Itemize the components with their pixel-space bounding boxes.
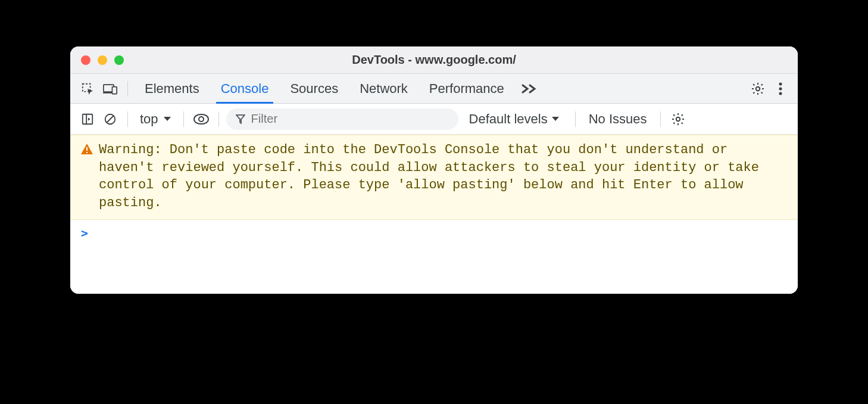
live-expression-icon[interactable] <box>191 109 211 129</box>
divider <box>127 111 128 127</box>
inspect-element-icon[interactable] <box>77 79 98 99</box>
filter-input[interactable] <box>251 112 449 126</box>
divider <box>660 111 661 127</box>
issues-label[interactable]: No Issues <box>583 111 653 127</box>
window-title: DevTools - www.google.com/ <box>70 53 798 67</box>
warning-message-row: Warning: Don't paste code into the DevTo… <box>70 135 798 220</box>
prompt-chevron-icon: > <box>81 226 88 240</box>
tab-performance[interactable]: Performance <box>420 74 514 103</box>
minimize-window-button[interactable] <box>98 55 107 65</box>
chevron-down-icon <box>163 116 171 122</box>
more-tabs-icon[interactable] <box>516 79 542 99</box>
close-window-button[interactable] <box>81 55 90 65</box>
toggle-sidebar-icon[interactable] <box>77 109 98 129</box>
divider <box>183 111 184 127</box>
console-prompt-row[interactable]: > <box>70 220 798 294</box>
tab-elements[interactable]: Elements <box>135 74 209 103</box>
warning-icon <box>81 144 93 212</box>
svg-point-6 <box>779 87 782 90</box>
svg-point-4 <box>756 86 760 90</box>
log-levels-selector[interactable]: Default levels <box>461 111 568 127</box>
context-label: top <box>140 111 158 127</box>
tab-console[interactable]: Console <box>211 74 279 103</box>
divider <box>127 81 128 97</box>
tab-sources[interactable]: Sources <box>280 74 348 103</box>
kebab-menu-icon[interactable] <box>770 79 791 99</box>
svg-rect-14 <box>86 147 88 151</box>
maximize-window-button[interactable] <box>114 55 124 65</box>
tab-network[interactable]: Network <box>350 74 417 103</box>
svg-line-11 <box>107 116 114 122</box>
funnel-icon <box>236 114 245 124</box>
svg-point-12 <box>199 117 204 122</box>
warning-text: Warning: Don't paste code into the DevTo… <box>99 141 787 212</box>
context-selector[interactable]: top <box>135 111 176 127</box>
svg-point-13 <box>676 117 679 120</box>
svg-rect-3 <box>112 86 117 94</box>
traffic-lights <box>81 55 124 65</box>
divider <box>575 111 576 127</box>
svg-rect-15 <box>86 152 88 153</box>
title-bar: DevTools - www.google.com/ <box>70 46 798 74</box>
chevron-down-icon <box>551 116 560 122</box>
console-output: Warning: Don't paste code into the DevTo… <box>70 135 798 294</box>
device-toolbar-icon[interactable] <box>100 79 120 99</box>
svg-rect-8 <box>83 114 93 124</box>
devtools-window: DevTools - www.google.com/ Elements Cons… <box>70 46 798 294</box>
filter-box[interactable] <box>226 108 458 130</box>
settings-icon[interactable] <box>748 79 768 99</box>
panel-tab-bar: Elements Console Sources Network Perform… <box>70 74 798 104</box>
svg-point-5 <box>779 82 782 85</box>
console-toolbar: top Default levels No Issues <box>70 104 798 135</box>
console-settings-icon[interactable] <box>668 109 688 129</box>
divider <box>218 111 219 127</box>
svg-point-7 <box>779 92 782 95</box>
levels-label: Default levels <box>469 111 548 127</box>
clear-console-icon[interactable] <box>100 109 120 129</box>
